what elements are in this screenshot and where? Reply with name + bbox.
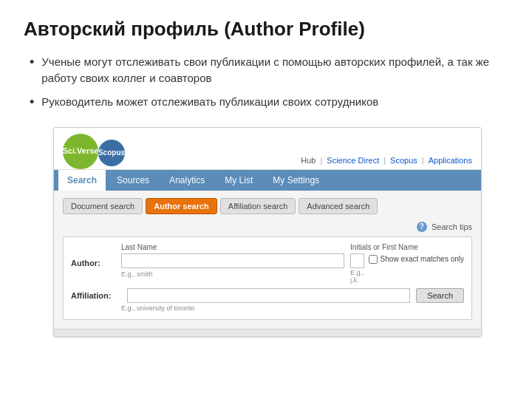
nav-sources[interactable]: Sources (108, 170, 158, 191)
bullet-list: Ученые могут отслеживать свои публикации… (30, 54, 508, 111)
initials-input[interactable] (350, 253, 364, 268)
search-tips: ? Search tips (63, 222, 472, 232)
tab-document-search[interactable]: Document search (63, 198, 143, 214)
exact-match-checkbox[interactable] (369, 255, 378, 264)
author-fields: Last Name E.g., smith Initials or First … (121, 243, 464, 284)
author-row: Author: Last Name E.g., smith Initials o… (71, 243, 464, 284)
last-name-group: Last Name E.g., smith (121, 243, 344, 278)
nav-search[interactable]: Search (58, 170, 106, 191)
author-label: Author: (71, 259, 121, 267)
scopus-ui-mockup: Sci.Verse Scopus Hub | Science Direct | … (53, 127, 482, 337)
tab-advanced-search[interactable]: Advanced search (299, 198, 378, 214)
nav-mylist[interactable]: My List (216, 170, 262, 191)
initials-col-label: Initials or First Name (350, 243, 464, 251)
last-name-input[interactable] (121, 253, 344, 268)
nav-analytics[interactable]: Analytics (160, 170, 214, 191)
initials-hint: E.g., j.k. (350, 269, 364, 284)
bullet-item-1: Ученые могут отслеживать свои публикации… (30, 54, 508, 86)
tab-affiliation-search[interactable]: Affiliation search (220, 198, 296, 214)
affiliation-label: Affiliation: (71, 291, 121, 300)
top-bar: Sci.Verse Scopus Hub | Science Direct | … (54, 128, 481, 170)
bullet-item-2: Руководитель может отслеживать публикаци… (30, 94, 508, 111)
affiliation-row: Affiliation: Search (71, 288, 464, 303)
scopus-link[interactable]: Scopus (390, 156, 417, 165)
search-form: Author: Last Name E.g., smith Initials o… (63, 236, 472, 320)
affiliation-hint: E.g., university of toronto (121, 304, 464, 312)
main-nav: Search Sources Analytics My List My Sett… (54, 170, 481, 191)
sciencedirect-link[interactable]: Science Direct (327, 156, 379, 165)
sciverse-logo: Sci.Verse (63, 134, 98, 169)
last-name-hint: E.g., smith (121, 270, 344, 278)
search-area: Document search Author search Affiliatio… (54, 191, 481, 329)
search-tabs: Document search Author search Affiliatio… (63, 198, 472, 214)
question-mark-icon: ? (417, 222, 427, 232)
scopus-logo: Scopus (98, 140, 125, 166)
initials-group: Initials or First Name E.g., j.k. Show e… (350, 243, 464, 284)
top-nav-links: Hub | Science Direct | Scopus | Applicat… (301, 156, 472, 169)
bottom-strip (54, 329, 481, 336)
exact-match-row: Show exact matches only (369, 255, 464, 264)
search-button[interactable]: Search (416, 288, 464, 303)
hub-label: Hub (301, 156, 316, 165)
last-name-col-label: Last Name (121, 243, 344, 251)
nav-mysettings[interactable]: My Settings (264, 170, 328, 191)
tab-author-search[interactable]: Author search (146, 198, 217, 214)
page-title: Авторский профиль (Author Profile) (24, 18, 508, 41)
applications-link[interactable]: Applications (429, 156, 472, 165)
affiliation-input[interactable] (127, 288, 410, 303)
exact-match-label: Show exact matches only (381, 255, 464, 263)
